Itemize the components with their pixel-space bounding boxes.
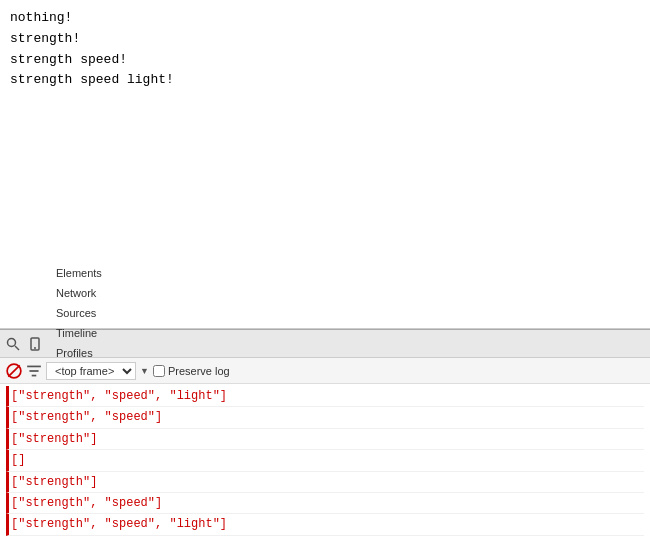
console-line: ["strength"] xyxy=(6,429,644,450)
preserve-log-label[interactable]: Preserve log xyxy=(153,365,230,377)
main-text: nothing! strength! strength speed! stren… xyxy=(10,8,640,91)
tab-elements[interactable]: Elements xyxy=(48,263,118,283)
console-line: ["strength", "speed", "light"] xyxy=(6,514,644,535)
console-line: ["strength", "speed", "light"] xyxy=(6,386,644,407)
dropdown-arrow[interactable]: ▼ xyxy=(140,366,149,376)
console-line: ["strength"] xyxy=(6,472,644,493)
frame-selector[interactable]: <top frame> xyxy=(46,362,136,380)
devtools-panel: ElementsNetworkSourcesTimelineProfilesRe… xyxy=(0,329,650,539)
tab-timeline[interactable]: Timeline xyxy=(48,323,118,343)
mobile-icon[interactable] xyxy=(26,335,44,353)
console-lines: ["strength", "speed", "light"]["strength… xyxy=(6,386,644,536)
console-output[interactable]: ["strength", "speed", "light"]["strength… xyxy=(0,384,650,539)
preserve-log-checkbox[interactable] xyxy=(153,365,165,377)
svg-line-1 xyxy=(15,346,19,350)
block-icon[interactable] xyxy=(6,363,22,379)
tab-sources[interactable]: Sources xyxy=(48,303,118,323)
devtools-toolbar: <top frame> ▼ Preserve log xyxy=(0,358,650,384)
console-line: ["strength", "speed"] xyxy=(6,493,644,514)
preserve-log-text: Preserve log xyxy=(168,365,230,377)
svg-point-0 xyxy=(8,338,16,346)
console-line: [] xyxy=(6,450,644,471)
filter-icon[interactable] xyxy=(26,363,42,379)
devtools-tabs: ElementsNetworkSourcesTimelineProfilesRe… xyxy=(0,330,650,358)
search-icon[interactable] xyxy=(4,335,22,353)
tab-network[interactable]: Network xyxy=(48,283,118,303)
svg-line-5 xyxy=(8,365,19,376)
console-line: ["strength", "speed"] xyxy=(6,407,644,428)
